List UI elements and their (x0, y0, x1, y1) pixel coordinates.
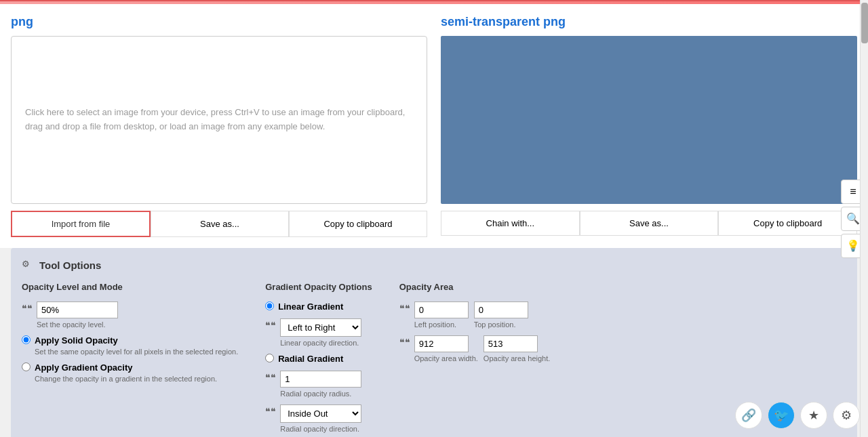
apply-solid-label[interactable]: Apply Solid Opacity (35, 335, 238, 346)
tool-options-gear-icon: ⚙ (22, 259, 34, 271)
settings-button[interactable]: ⚙ (833, 402, 860, 429)
save-as-right-button[interactable]: Save as... (580, 211, 719, 236)
radius-content: Radial opacity radius. (280, 371, 361, 398)
link-button[interactable]: 🔗 (735, 402, 762, 429)
position-pair: Left position. Top position. (414, 301, 528, 329)
position-content: Left position. Top position. (414, 301, 528, 329)
save-as-button[interactable]: Save as... (151, 211, 289, 237)
scrollbar-thumb[interactable] (861, 3, 868, 43)
width-input[interactable] (414, 335, 469, 352)
size-content: Opacity area width. Opacity area height. (414, 335, 551, 362)
radial-gradient-row: Radial Gradient (265, 354, 372, 364)
copy-to-clipboard-right-button[interactable]: Copy to clipboard (718, 211, 857, 236)
width-hint: Opacity area width. (414, 354, 478, 362)
opacity-col-title: Opacity Level and Mode (22, 282, 238, 292)
direction-hint: Linear opacity direction. (280, 339, 361, 347)
size-pair: Opacity area width. Opacity area height. (414, 335, 551, 362)
star-icon: ★ (808, 408, 819, 423)
opacity-area-title: Opacity Area (399, 282, 551, 292)
bottom-float-buttons: 🔗 🐦 ★ ⚙ (735, 402, 860, 429)
png-panel-actions: Import from file Save as... Copy to clip… (11, 211, 427, 237)
radius-icon: ❝❝ (265, 372, 276, 383)
radius-hint: Radial opacity radius. (280, 390, 361, 398)
link-icon: 🔗 (741, 408, 756, 423)
opacity-level-col: Opacity Level and Mode ❝❝ Set the opacit… (22, 282, 238, 433)
apply-gradient-content: Apply Gradient Opacity Change the opacit… (35, 362, 217, 383)
height-hint: Opacity area height. (484, 354, 550, 362)
opacity-level-content: Set the opacity level. (37, 301, 118, 329)
linear-direction-select[interactable]: Left to Right Right to Left Top to Botto… (280, 318, 361, 337)
left-position-hint: Left position. (414, 320, 469, 329)
semi-transparent-panel: semi-transparent png Chain with... Save … (441, 15, 857, 237)
radius-row: ❝❝ Radial opacity radius. (265, 371, 372, 398)
gradient-options-col: Gradient Opacity Options Linear Gradient… (265, 282, 372, 433)
direction-row: ❝❝ Left to Right Right to Left Top to Bo… (265, 318, 372, 347)
doc-icon: ≡ (850, 186, 856, 198)
twitter-button[interactable]: 🐦 (768, 402, 795, 429)
opacity-level-hint: Set the opacity level. (37, 320, 118, 329)
radial-direction-content: Inside Out Outside In Radial opacity dir… (280, 404, 361, 433)
radial-gradient-radio[interactable] (265, 354, 274, 362)
tool-options-title: Tool Options (39, 259, 101, 271)
copy-to-clipboard-button[interactable]: Copy to clipboard (289, 211, 427, 237)
image-drop-area[interactable]: Click here to select an image from your … (11, 36, 427, 204)
radial-direction-hint: Radial opacity direction. (280, 425, 361, 433)
radial-direction-icon: ❝❝ (265, 406, 276, 417)
scrollbar[interactable] (860, 0, 868, 437)
bulb-icon: 💡 (846, 239, 860, 252)
semi-transparent-actions: Chain with... Save as... Copy to clipboa… (441, 211, 857, 236)
top-position-hint: Top position. (474, 320, 528, 329)
gradient-col-title: Gradient Opacity Options (265, 282, 372, 292)
apply-solid-radio[interactable] (22, 335, 31, 344)
png-panel: png Click here to select an image from y… (11, 15, 427, 237)
apply-solid-content: Apply Solid Opacity Set the same opacity… (35, 335, 238, 356)
width-col: Opacity area width. (414, 335, 478, 362)
linear-gradient-radio[interactable] (265, 301, 274, 310)
position-icon: ❝❝ (399, 303, 410, 314)
direction-content: Left to Right Right to Left Top to Botto… (280, 318, 361, 347)
left-position-input[interactable] (414, 301, 469, 318)
position-row: ❝❝ Left position. Top position. (399, 301, 551, 329)
top-position-input[interactable] (474, 301, 528, 318)
opacity-area-col: Opacity Area ❝❝ Left position. Top posit… (399, 282, 551, 433)
star-button[interactable]: ★ (800, 402, 827, 429)
semi-transparent-title: semi-transparent png (441, 15, 857, 29)
gear-icon: ⚙ (841, 408, 852, 423)
import-from-file-button[interactable]: Import from file (11, 211, 151, 237)
semi-transparent-preview (441, 36, 857, 204)
size-icon: ❝❝ (399, 337, 410, 348)
apply-gradient-label[interactable]: Apply Gradient Opacity (35, 362, 217, 373)
apply-gradient-hint: Change the opacity in a gradient in the … (35, 375, 217, 383)
height-col: Opacity area height. (484, 335, 550, 362)
chain-with-button[interactable]: Chain with... (441, 211, 580, 236)
linear-gradient-row: Linear Gradient (265, 301, 372, 312)
opacity-level-row: ❝❝ Set the opacity level. (22, 301, 238, 329)
linear-gradient-label[interactable]: Linear Gradient (278, 301, 343, 312)
apply-gradient-radio[interactable] (22, 362, 31, 371)
left-position-col: Left position. (414, 301, 469, 329)
twitter-icon: 🐦 (774, 408, 789, 423)
apply-solid-hint: Set the same opacity level for all pixel… (35, 348, 238, 356)
search-icon: 🔍 (846, 212, 860, 225)
apply-gradient-row: Apply Gradient Opacity Change the opacit… (22, 362, 238, 383)
direction-icon: ❝❝ (265, 320, 276, 331)
options-grid: Opacity Level and Mode ❝❝ Set the opacit… (22, 282, 846, 433)
png-title: png (11, 15, 427, 29)
radial-direction-select[interactable]: Inside Out Outside In (280, 404, 361, 423)
apply-solid-row: Apply Solid Opacity Set the same opacity… (22, 335, 238, 356)
radial-radius-input[interactable] (280, 371, 361, 388)
opacity-level-input[interactable] (37, 301, 118, 318)
tool-options-header: ⚙ Tool Options (22, 259, 846, 271)
radial-gradient-label[interactable]: Radial Gradient (278, 354, 343, 364)
size-row: ❝❝ Opacity area width. Opacity area heig… (399, 335, 551, 362)
radial-direction-row: ❝❝ Inside Out Outside In Radial opacity … (265, 404, 372, 433)
height-input[interactable] (484, 335, 538, 352)
tool-options-section: ⚙ Tool Options Opacity Level and Mode ❝❝… (11, 248, 857, 437)
drop-instruction-text: Click here to select an image from your … (25, 106, 413, 134)
top-position-col: Top position. (474, 301, 528, 329)
opacity-level-icon: ❝❝ (22, 303, 33, 314)
